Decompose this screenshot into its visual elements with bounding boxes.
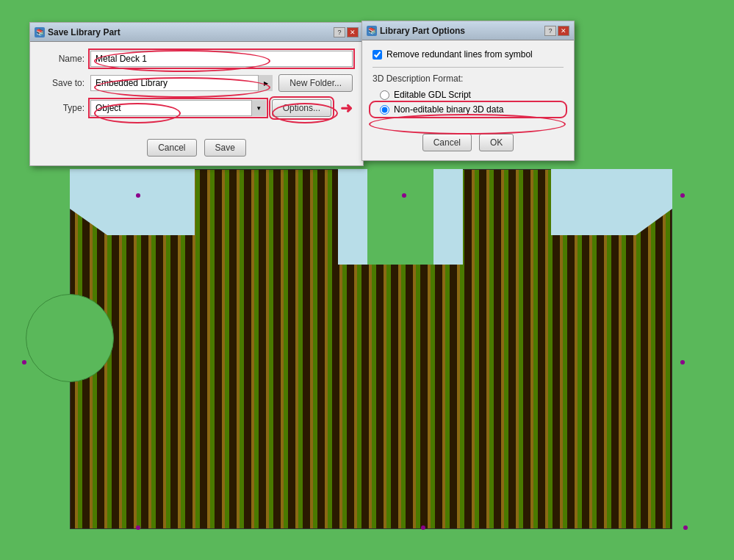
non-editable-row: Non-editable binary 3D data: [373, 104, 564, 115]
non-editable-label: Non-editable binary 3D data: [394, 104, 503, 115]
save-btn[interactable]: Save: [204, 139, 246, 157]
new-folder-btn[interactable]: New Folder...: [278, 74, 353, 92]
dot-3: [680, 193, 685, 198]
editable-gdl-label: Editable GDL Script: [394, 90, 471, 100]
save-dialog-footer: Cancel Save: [30, 133, 363, 165]
save-dialog-title: Save Library Part: [48, 27, 120, 37]
name-row: Name:: [40, 51, 353, 67]
description-format-label: 3D Description Format:: [373, 73, 564, 84]
dot-4: [22, 360, 26, 365]
notch-light-blue-left: [338, 169, 367, 265]
options-dialog-footer: Cancel OK: [362, 128, 574, 160]
options-dialog-body: Remove redundant lines from symbol 3D De…: [362, 40, 574, 128]
options-dialog-icon: 📚: [367, 26, 377, 36]
options-dialog: 📚 Library Part Options ? ✕ Remove redund…: [361, 21, 575, 161]
circle-cutout: [26, 294, 114, 382]
type-select[interactable]: Object: [90, 100, 266, 116]
remove-lines-label: Remove redundant lines from symbol: [386, 49, 533, 60]
dot-8: [683, 525, 688, 530]
arrow-right-icon: ➜: [340, 99, 353, 117]
remove-lines-checkbox[interactable]: [373, 50, 382, 60]
save-dialog-body: Name: Save to: Embedded Library ▶ New Fo…: [30, 42, 363, 133]
cancel-btn[interactable]: Cancel: [147, 139, 196, 157]
editable-gdl-radio[interactable]: [380, 90, 389, 100]
save-dialog-icon: 📚: [35, 27, 45, 37]
dot-6: [136, 525, 140, 530]
save-library-dialog: 📚 Save Library Part ? ✕ Name: Save to: E…: [29, 22, 364, 166]
options-dialog-titlebar: 📚 Library Part Options ? ✕: [362, 21, 574, 40]
options-dialog-help-btn[interactable]: ?: [544, 26, 556, 36]
save-dialog-close-btn[interactable]: ✕: [347, 27, 359, 37]
type-label: Type:: [40, 103, 84, 113]
dot-5: [680, 360, 685, 365]
name-label: Name:: [40, 54, 84, 64]
non-editable-radio[interactable]: [380, 105, 389, 115]
divider: [373, 67, 564, 68]
save-to-select[interactable]: Embedded Library: [90, 75, 273, 91]
options-ok-btn[interactable]: OK: [479, 134, 514, 151]
dot-1: [136, 193, 140, 198]
options-cancel-btn[interactable]: Cancel: [422, 134, 472, 151]
options-dialog-title: Library Part Options: [380, 26, 465, 36]
type-row: Type: Object ▼ Options... ➜: [40, 99, 353, 117]
options-btn[interactable]: Options...: [272, 99, 331, 117]
name-input[interactable]: [90, 51, 353, 67]
editable-gdl-row: Editable GDL Script: [373, 90, 564, 100]
save-dialog-titlebar: 📚 Save Library Part ? ✕: [30, 23, 363, 42]
save-to-row: Save to: Embedded Library ▶ New Folder..…: [40, 74, 353, 92]
save-to-label: Save to:: [40, 78, 84, 88]
options-dialog-close-btn[interactable]: ✕: [558, 26, 569, 36]
save-dialog-help-btn[interactable]: ?: [334, 27, 345, 37]
notch-light-blue-right: [433, 169, 463, 265]
dot-7: [421, 525, 425, 530]
remove-lines-row: Remove redundant lines from symbol: [373, 49, 564, 60]
dot-2: [402, 193, 406, 198]
